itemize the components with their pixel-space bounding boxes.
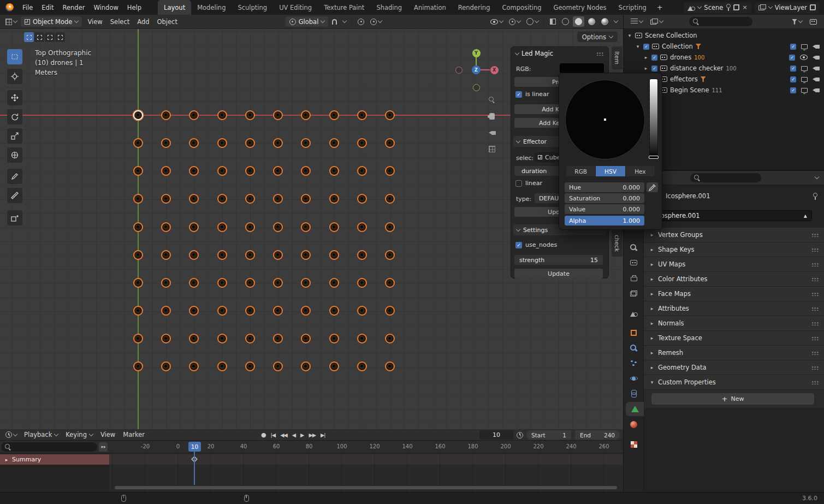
panel-texture-space[interactable]: ▸Texture Space — [644, 331, 824, 346]
drone-object[interactable] — [245, 361, 255, 371]
expand-icon[interactable]: ▸ — [649, 350, 655, 355]
expand-icon[interactable]: ▸ — [649, 276, 655, 282]
overlays-dropdown[interactable] — [524, 16, 541, 27]
expand-icon[interactable]: ▸ — [643, 55, 649, 60]
drone-object[interactable] — [217, 222, 227, 232]
drone-object[interactable] — [189, 306, 199, 316]
colorspace-tab-hex[interactable]: Hex — [626, 166, 655, 176]
drone-object[interactable] — [189, 361, 199, 371]
properties-tab-texture[interactable] — [624, 437, 644, 452]
color-wheel[interactable] — [565, 80, 645, 159]
drone-object[interactable] — [273, 306, 283, 316]
drone-object[interactable] — [273, 166, 283, 176]
checkbox-icon[interactable] — [790, 66, 796, 72]
collection-checkbox[interactable] — [643, 44, 649, 50]
viewport-menu-object[interactable]: Object — [153, 18, 181, 26]
drone-object[interactable] — [133, 222, 143, 232]
properties-tab-modifiers[interactable] — [624, 341, 644, 355]
camera-icon[interactable] — [813, 44, 820, 49]
expand-icon[interactable]: ▸ — [649, 262, 655, 267]
checkbox-unchecked-icon[interactable] — [515, 180, 522, 187]
drone-object[interactable] — [273, 334, 283, 343]
linear-row[interactable]: linear — [515, 180, 542, 187]
monitor-icon[interactable] — [801, 44, 808, 49]
menu-render[interactable]: Render — [58, 0, 90, 15]
shading-wireframe-button[interactable] — [560, 16, 571, 27]
hue-slider[interactable]: Hue0.000 — [565, 182, 644, 192]
properties-search-input[interactable] — [690, 173, 761, 182]
drone-object[interactable] — [161, 306, 171, 316]
properties-tab-particles[interactable] — [624, 356, 644, 370]
camera-view-button[interactable] — [485, 126, 499, 139]
outliner-row-drones[interactable]: ▸drones100 — [624, 52, 824, 63]
drone-object[interactable] — [245, 250, 255, 260]
drone-object[interactable] — [217, 166, 227, 176]
drone-object[interactable] — [273, 110, 283, 120]
orientation-dropdown[interactable]: Global — [286, 16, 329, 27]
drone-object[interactable] — [329, 278, 339, 288]
drone-object[interactable] — [301, 110, 311, 120]
drone-object[interactable] — [273, 361, 283, 371]
camera-icon[interactable] — [813, 66, 820, 71]
drone-object[interactable] — [357, 361, 367, 371]
drone-object[interactable] — [329, 166, 339, 176]
record-button[interactable]: ● — [261, 431, 266, 438]
pin-icon[interactable] — [813, 193, 817, 200]
mode-dropdown[interactable]: Object Mode — [21, 16, 82, 27]
new-collection-button[interactable] — [808, 16, 819, 27]
drone-object[interactable] — [385, 110, 395, 120]
properties-tab-scene[interactable] — [624, 306, 644, 321]
expand-icon[interactable]: ▸ — [649, 291, 655, 297]
properties-tab-material[interactable] — [624, 417, 644, 431]
drone-object[interactable] — [133, 306, 143, 316]
current-frame-marker[interactable]: 10 — [188, 442, 201, 452]
tool-box-select[interactable] — [7, 49, 22, 64]
axis-x-negative-ball[interactable] — [455, 67, 463, 74]
snap-dropdown[interactable] — [341, 16, 348, 27]
drone-object[interactable] — [357, 110, 367, 120]
expand-icon[interactable]: ▸ — [649, 232, 655, 238]
expand-icon[interactable]: ▸ — [649, 321, 655, 326]
drone-object[interactable] — [133, 278, 143, 288]
axis-z-ball[interactable]: Z — [472, 66, 481, 74]
properties-tab-view-layer[interactable] — [624, 286, 644, 300]
drone-object[interactable] — [217, 306, 227, 316]
drone-object[interactable] — [245, 194, 255, 204]
panel-attributes[interactable]: ▸Attributes — [644, 301, 824, 316]
chevron-down-icon[interactable] — [815, 175, 819, 179]
collection-checkbox[interactable] — [651, 55, 657, 61]
outliner-row-scene-collection[interactable]: ▾Scene Collection — [624, 30, 824, 41]
drone-object[interactable] — [189, 278, 199, 288]
drone-object[interactable] — [133, 110, 143, 120]
close-icon[interactable]: × — [742, 4, 747, 11]
drone-object[interactable] — [161, 361, 171, 371]
add-workspace-button[interactable]: + — [653, 0, 667, 15]
properties-tab-data[interactable] — [626, 402, 644, 416]
drone-object[interactable] — [329, 306, 339, 316]
menu-help[interactable]: Help — [123, 0, 146, 15]
display-mode-dropdown[interactable] — [648, 16, 665, 27]
tool-cursor[interactable] — [7, 69, 22, 84]
drone-object[interactable] — [133, 334, 143, 343]
properties-tab-tool[interactable] — [624, 240, 644, 254]
tool-transform[interactable] — [7, 147, 22, 163]
drone-object[interactable] — [385, 361, 395, 371]
camera-icon[interactable] — [813, 88, 820, 93]
gizmos-dropdown[interactable] — [507, 16, 523, 27]
drone-object[interactable] — [329, 194, 339, 204]
summary-channel[interactable]: ▸ Summary — [0, 454, 109, 465]
workspace-tab-animation[interactable]: Animation — [408, 0, 452, 15]
properties-tab-constraints[interactable] — [624, 387, 644, 401]
current-frame-field[interactable]: 10 — [479, 430, 513, 440]
drone-object[interactable] — [133, 138, 143, 148]
drone-object[interactable] — [329, 361, 339, 371]
checkbox-icon[interactable] — [790, 44, 796, 50]
swap-filter-button[interactable]: ↔ — [99, 442, 108, 452]
drone-object[interactable] — [161, 278, 171, 288]
saturation-slider[interactable]: Saturation0.000 — [565, 193, 644, 203]
checkbox-checked-icon[interactable] — [515, 91, 522, 98]
drone-object[interactable] — [245, 138, 255, 148]
sidebar-tab-check[interactable]: check — [612, 229, 623, 257]
drone-object[interactable] — [189, 222, 199, 232]
camera-icon[interactable] — [813, 55, 820, 60]
